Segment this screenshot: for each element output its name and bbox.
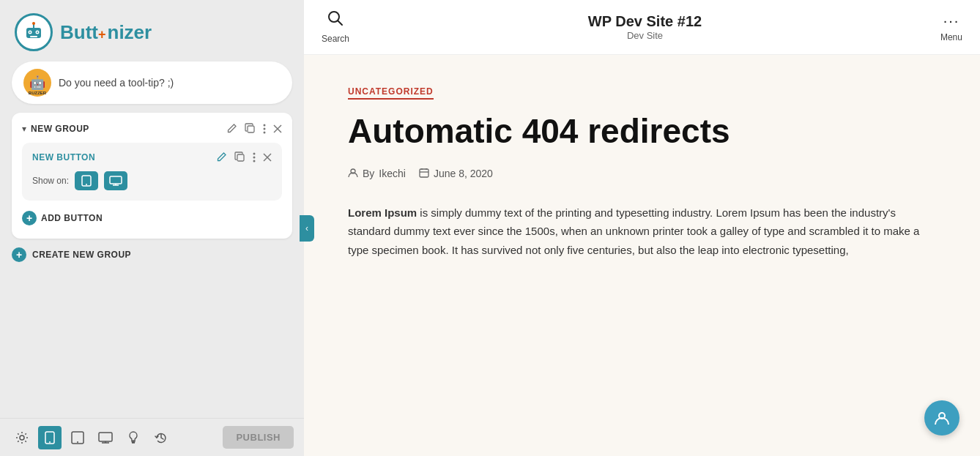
svg-rect-8 [248, 126, 254, 132]
post-area: UNCATEGORIZED Automatic 404 redirects By… [304, 55, 980, 456]
svg-point-15 [253, 152, 256, 154]
post-date: June 8, 2020 [419, 168, 493, 180]
svg-point-25 [49, 441, 51, 443]
search-icon [327, 10, 344, 31]
group-panel: ▾ NEW GROUP [12, 113, 292, 239]
post-author-name: Ikechi [379, 168, 406, 179]
add-button-icon: + [22, 211, 37, 225]
history-toolbar-icon[interactable] [149, 426, 173, 449]
svg-point-17 [253, 160, 256, 162]
svg-point-16 [253, 156, 256, 158]
menu-dots-icon: ··· [943, 12, 960, 29]
button-card-title: NEW BUTTON [32, 152, 95, 162]
svg-point-6 [32, 22, 35, 25]
desktop-toolbar-icon[interactable] [94, 426, 117, 449]
desktop-device-button[interactable] [104, 171, 127, 190]
create-group-row[interactable]: + CREATE NEW GROUP [12, 247, 292, 262]
author-icon [348, 168, 358, 180]
button-edit-button[interactable] [216, 152, 227, 162]
close-icon [263, 153, 272, 162]
post-author: By Ikechi [348, 168, 406, 180]
floating-user-button[interactable] [924, 400, 959, 436]
button-card-header: NEW BUTTON [32, 152, 272, 162]
create-group-label: CREATE NEW GROUP [32, 250, 131, 260]
post-category: UNCATEGORIZED [348, 86, 434, 100]
svg-rect-14 [237, 154, 244, 161]
group-edit-button[interactable] [226, 123, 237, 134]
svg-rect-7 [30, 36, 37, 37]
search-button[interactable]: Search [322, 10, 349, 44]
left-panel: Butt+nizer 🤖 BUZZER Do you need a tool-t… [0, 0, 304, 456]
button-settings-button[interactable] [253, 152, 256, 162]
button-card-actions [216, 152, 272, 162]
bulb-icon [127, 431, 139, 444]
mobile-device-button[interactable] [75, 171, 98, 190]
history-icon [155, 431, 168, 444]
post-meta: By Ikechi June 8, 2020 [348, 168, 936, 180]
svg-rect-28 [99, 433, 112, 441]
site-title-block: WP Dev Site #12 Dev Site [588, 13, 702, 41]
mobile-toolbar-icon[interactable] [38, 426, 62, 449]
logo-bar: Butt+nizer [0, 0, 304, 61]
svg-line-30 [338, 21, 343, 26]
buzzer-label: BUZZER [29, 91, 46, 95]
group-header: ▾ NEW GROUP [22, 123, 282, 134]
site-subtitle: Dev Site [588, 30, 702, 41]
logo-plus: + [98, 27, 106, 42]
tablet-toolbar-icon[interactable] [66, 426, 89, 449]
svg-point-3 [29, 31, 31, 33]
settings-toolbar-icon[interactable] [10, 426, 34, 449]
tablet-view-icon [71, 431, 84, 444]
logo-icon [15, 13, 53, 51]
logo-svg [22, 20, 45, 44]
search-svg [327, 10, 344, 26]
edit-icon [216, 152, 227, 162]
menu-label: Menu [940, 32, 962, 42]
more-icon [253, 152, 256, 162]
svg-point-9 [264, 124, 266, 126]
tooltip-text: Do you need a tool-tip? ;) [59, 77, 174, 89]
close-icon [273, 124, 282, 133]
post-body: Lorem Ipsum is simply dummy text of the … [348, 203, 936, 260]
edit-icon [226, 123, 237, 134]
svg-point-10 [264, 127, 266, 130]
mobile-icon [81, 175, 92, 187]
group-title: NEW GROUP [31, 124, 89, 134]
copy-icon [234, 152, 245, 162]
menu-button[interactable]: ··· Menu [940, 12, 962, 42]
post-date-value: June 8, 2020 [434, 168, 493, 179]
show-on-label: Show on: [32, 176, 69, 186]
group-settings-button[interactable] [263, 124, 266, 134]
group-close-button[interactable] [273, 124, 282, 133]
post-by: By [363, 168, 374, 179]
site-header: Search WP Dev Site #12 Dev Site ··· Menu [304, 0, 980, 55]
desktop-icon [109, 176, 122, 186]
desktop-view-icon [98, 432, 113, 444]
add-button-row[interactable]: + ADD BUTTON [22, 209, 282, 227]
svg-point-23 [20, 436, 24, 440]
button-close-button[interactable] [263, 153, 272, 162]
show-on-row: Show on: [32, 171, 272, 190]
post-body-rest: is simply dummy text of the printing and… [348, 206, 919, 256]
group-copy-button[interactable] [245, 123, 256, 134]
button-card: NEW BUTTON [22, 143, 282, 201]
svg-point-21 [86, 184, 87, 185]
copy-icon [245, 123, 256, 134]
svg-rect-22 [110, 176, 122, 184]
mobile-view-icon [45, 431, 55, 444]
user-icon [934, 410, 950, 426]
collapse-panel-button[interactable]: ‹ [300, 215, 314, 242]
add-button-label: ADD BUTTON [41, 213, 103, 223]
chevron-down-icon: ▾ [22, 124, 26, 134]
post-body-bold: Lorem Ipsum [348, 206, 417, 219]
gear-icon [15, 431, 29, 444]
post-title: Automatic 404 redirects [348, 113, 936, 150]
button-copy-button[interactable] [234, 152, 245, 162]
logo-text: Butt+nizer [60, 21, 152, 44]
buzzer-wrap: 🤖 BUZZER [23, 69, 51, 97]
calendar-icon [419, 168, 429, 180]
svg-rect-32 [420, 169, 428, 177]
publish-button[interactable]: PUBLISH [223, 426, 294, 449]
bulb-toolbar-icon[interactable] [122, 426, 145, 449]
create-group-icon: + [12, 247, 26, 262]
